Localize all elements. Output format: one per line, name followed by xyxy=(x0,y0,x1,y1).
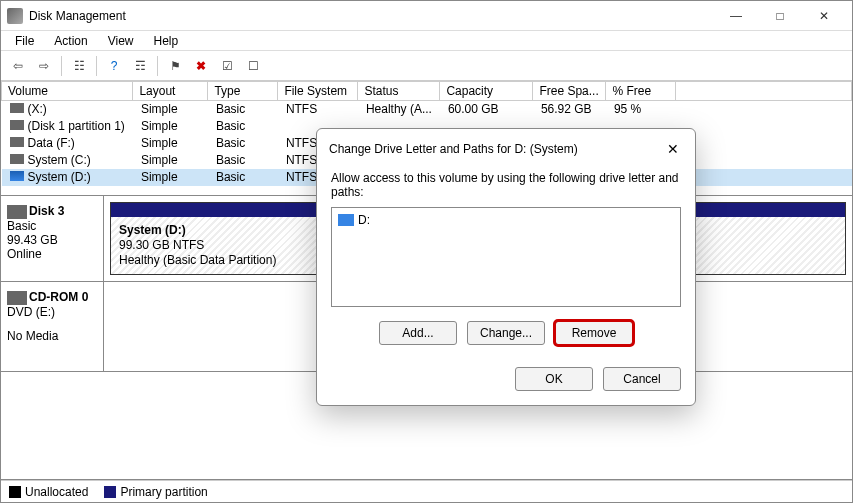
volume-name: Data (F:) xyxy=(2,135,133,152)
column-header[interactable]: % Free xyxy=(606,82,676,101)
cancel-button[interactable]: Cancel xyxy=(603,367,681,391)
volume-name: (X:) xyxy=(2,101,133,118)
menu-view[interactable]: View xyxy=(100,32,142,50)
back-icon[interactable]: ⇦ xyxy=(7,55,29,77)
window-title: Disk Management xyxy=(29,9,714,23)
cdrom-sub: DVD (E:) xyxy=(7,305,97,319)
legend-unallocated: Unallocated xyxy=(25,485,88,499)
forward-icon[interactable]: ⇨ xyxy=(33,55,55,77)
dialog-message: Allow access to this volume by using the… xyxy=(331,171,681,199)
column-header[interactable]: File System xyxy=(278,82,358,101)
partition-title: System (D:) xyxy=(119,223,186,237)
change-button[interactable]: Change... xyxy=(467,321,545,345)
disk-status: Online xyxy=(7,247,97,261)
volume-icon xyxy=(10,154,24,164)
drive-icon xyxy=(338,214,354,226)
cdrom-name: CD-ROM 0 xyxy=(29,290,88,304)
volume-icon xyxy=(10,171,24,181)
detail-icon[interactable]: ☷ xyxy=(68,55,90,77)
volume-name: System (C:) xyxy=(2,152,133,169)
menu-file[interactable]: File xyxy=(7,32,42,50)
volume-name: (Disk 1 partition 1) xyxy=(2,118,133,135)
disk-size: 99.43 GB xyxy=(7,233,97,247)
menu-action[interactable]: Action xyxy=(46,32,95,50)
app-icon xyxy=(7,8,23,24)
table-row[interactable]: (X:)SimpleBasicNTFSHealthy (A...60.00 GB… xyxy=(2,101,852,118)
column-header[interactable]: Status xyxy=(358,82,440,101)
volume-icon xyxy=(10,120,24,130)
drive-path-label: D: xyxy=(358,213,370,227)
titlebar: Disk Management — □ ✕ xyxy=(1,1,852,31)
add-button[interactable]: Add... xyxy=(379,321,457,345)
panel-icon[interactable]: ☶ xyxy=(129,55,151,77)
ok-button[interactable]: OK xyxy=(515,367,593,391)
refresh-icon[interactable]: ☐ xyxy=(242,55,264,77)
drive-path-item[interactable]: D: xyxy=(338,212,674,228)
partition-info2: Healthy (Basic Data Partition) xyxy=(119,253,276,267)
column-header[interactable]: Layout xyxy=(133,82,208,101)
column-header[interactable]: Volume xyxy=(2,82,133,101)
delete-icon[interactable]: ✖ xyxy=(190,55,212,77)
disk-name: Disk 3 xyxy=(29,204,64,218)
legend: Unallocated Primary partition xyxy=(1,480,852,502)
remove-button[interactable]: Remove xyxy=(555,321,633,345)
dialog-title: Change Drive Letter and Paths for D: (Sy… xyxy=(329,142,663,156)
maximize-button[interactable]: □ xyxy=(758,1,802,31)
menu-help[interactable]: Help xyxy=(146,32,187,50)
volume-icon xyxy=(10,103,24,113)
partition-info1: 99.30 GB NTFS xyxy=(119,238,204,252)
column-header[interactable]: Type xyxy=(208,82,278,101)
cdrom-icon xyxy=(7,291,27,305)
cdrom-status: No Media xyxy=(7,329,97,343)
menubar: File Action View Help xyxy=(1,31,852,51)
help-icon[interactable]: ? xyxy=(103,55,125,77)
column-header[interactable]: Capacity xyxy=(440,82,533,101)
column-header[interactable]: Free Spa... xyxy=(533,82,606,101)
settings-icon[interactable]: ⚑ xyxy=(164,55,186,77)
close-button[interactable]: ✕ xyxy=(802,1,846,31)
minimize-button[interactable]: — xyxy=(714,1,758,31)
properties-icon[interactable]: ☑ xyxy=(216,55,238,77)
volume-icon xyxy=(10,137,24,147)
toolbar: ⇦ ⇨ ☷ ? ☶ ⚑ ✖ ☑ ☐ xyxy=(1,51,852,81)
legend-primary: Primary partition xyxy=(120,485,207,499)
change-drive-letter-dialog: Change Drive Letter and Paths for D: (Sy… xyxy=(316,128,696,406)
disk-type: Basic xyxy=(7,219,97,233)
volume-name: System (D:) xyxy=(2,169,133,186)
dialog-close-icon[interactable]: ✕ xyxy=(663,139,683,159)
disk-icon xyxy=(7,205,27,219)
drive-paths-listbox[interactable]: D: xyxy=(331,207,681,307)
